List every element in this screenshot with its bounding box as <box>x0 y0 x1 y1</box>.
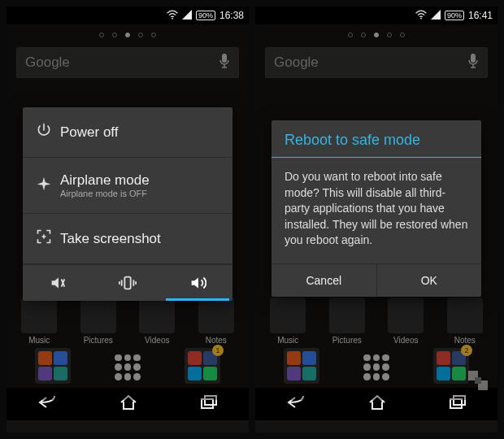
signal-icon <box>431 10 441 22</box>
svg-point-5 <box>420 17 422 19</box>
ok-button[interactable]: OK <box>377 264 482 297</box>
status-bar: 90% 16:41 <box>255 7 497 24</box>
dialog-title: Reboot to safe mode <box>272 120 481 158</box>
battery-icon: 90% <box>196 11 215 20</box>
watermark-icon <box>463 366 493 395</box>
status-bar: 90% 16:38 <box>7 7 249 24</box>
safe-mode-dialog: Reboot to safe mode Do you want to reboo… <box>272 120 481 297</box>
clock: 16:41 <box>468 10 493 21</box>
power-off-item[interactable]: Power off <box>23 107 232 158</box>
svg-rect-2 <box>124 277 130 289</box>
airplane-mode-item[interactable]: Airplane mode Airplane mode is OFF <box>23 158 232 214</box>
screenshot-icon <box>36 228 60 249</box>
ringer-sound-button[interactable] <box>163 265 232 301</box>
wifi-icon <box>415 10 427 22</box>
battery-icon: 90% <box>445 11 464 20</box>
signal-icon <box>182 10 192 22</box>
svg-point-0 <box>172 17 173 19</box>
power-menu: Power off Airplane mode Airplane mode is… <box>23 107 232 301</box>
take-screenshot-item[interactable]: Take screenshot <box>23 214 232 264</box>
ringer-silent-button[interactable] <box>23 265 93 301</box>
dialog-body: Do you want to reboot into safe mode? Th… <box>272 158 481 263</box>
airplane-sublabel: Airplane mode is OFF <box>60 189 150 198</box>
airplane-icon <box>36 176 60 196</box>
cancel-button[interactable]: Cancel <box>272 264 377 297</box>
power-icon <box>36 122 60 142</box>
ringer-vibrate-button[interactable] <box>93 265 163 301</box>
svg-rect-3 <box>202 399 213 408</box>
airplane-label: Airplane mode <box>60 172 150 189</box>
phone-right: 90% 16:41 Google Reboot to safe mode Do … <box>255 7 497 432</box>
svg-rect-11 <box>475 377 481 384</box>
svg-rect-7 <box>450 399 462 408</box>
screenshot-label: Take screenshot <box>60 231 161 247</box>
power-off-label: Power off <box>60 124 119 141</box>
phone-left: 90% 16:38 Google Power off Airplane mode… <box>7 7 249 432</box>
clock: 16:38 <box>219 10 244 21</box>
wifi-icon <box>167 10 178 22</box>
